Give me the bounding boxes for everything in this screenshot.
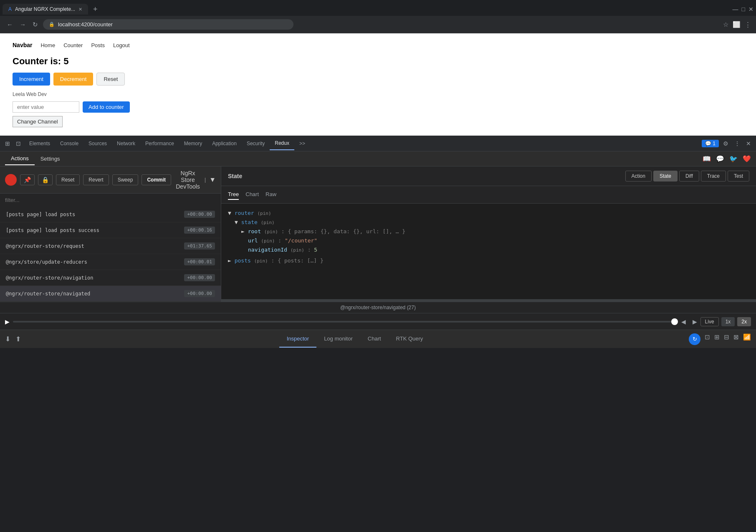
heart-icon[interactable]: ❤️ <box>743 155 751 163</box>
navbar-link-posts[interactable]: Posts <box>91 42 105 48</box>
add-to-counter-button[interactable]: Add to counter <box>83 101 130 113</box>
navbar-link-home[interactable]: Home <box>40 42 55 48</box>
tab-application[interactable]: Application <box>207 137 242 150</box>
speed-1x-button[interactable]: 1x <box>721 317 735 326</box>
action-item[interactable]: @ngrx/store/update-reducers +00:00.01 <box>0 254 221 270</box>
tree-value: 5 <box>314 247 317 253</box>
close-icon[interactable]: ✕ <box>748 6 753 13</box>
step-forward-icon[interactable]: ▶ <box>691 317 699 327</box>
state-tab-action[interactable]: Action <box>625 171 652 182</box>
change-channel-button[interactable]: Change Channel <box>13 116 63 127</box>
action-item-selected[interactable]: @ngrx/router-store/navigated +00:00.00 <box>0 286 221 302</box>
navbar-link-logout[interactable]: Logout <box>113 42 130 48</box>
inspector-tab-rtk-query[interactable]: RTK Query <box>389 330 431 348</box>
tab-performance[interactable]: Performance <box>140 137 179 150</box>
extensions-icon[interactable]: ⬜ <box>733 21 741 28</box>
notification-badge[interactable]: 💬 1 <box>702 140 719 147</box>
redux-tab-actions[interactable]: Actions <box>5 152 35 165</box>
terminal-icon[interactable]: ⊡ <box>705 333 710 345</box>
decrement-button[interactable]: Decrement <box>53 73 94 86</box>
play-button[interactable]: ▶ <box>5 318 10 325</box>
state-tab-test[interactable]: Test <box>728 171 749 182</box>
lock-button[interactable]: 🔒 <box>38 174 53 185</box>
inspect-element-icon[interactable]: ⊞ <box>3 139 12 149</box>
action-name: @ngrx/router-store/navigation <box>6 275 94 281</box>
grid2-icon[interactable]: ⊟ <box>724 333 729 345</box>
maximize-icon[interactable]: □ <box>742 6 745 13</box>
tree-row: navigationId (pin) : 5 <box>228 245 749 255</box>
state-panel: State Action State Diff Trace Test Tree … <box>221 166 756 302</box>
address-bar[interactable]: 🔒 localhost:4200/counter <box>43 19 293 30</box>
refresh-state-icon[interactable]: ↻ <box>689 333 700 345</box>
sweep-button[interactable]: Sweep <box>112 174 139 185</box>
tab-more-icon[interactable]: >> <box>294 137 310 150</box>
upload-icon[interactable]: ⬆ <box>15 335 21 343</box>
menu-icon[interactable]: ⋮ <box>745 21 751 28</box>
tree-tab-chart[interactable]: Chart <box>245 189 259 200</box>
tree-tab-raw[interactable]: Raw <box>265 189 276 200</box>
redux-tab-settings[interactable]: Settings <box>35 153 66 165</box>
nav-bar: ← → ↻ 🔒 localhost:4200/counter ☆ ⬜ ⋮ <box>0 16 756 33</box>
minimize-icon[interactable]: — <box>733 6 738 13</box>
speed-2x-button[interactable]: 2x <box>737 317 751 326</box>
expand-icon[interactable]: ► <box>228 257 235 264</box>
value-input[interactable] <box>13 101 79 113</box>
tab-memory[interactable]: Memory <box>179 137 207 150</box>
grid-icon[interactable]: ⊞ <box>714 333 720 345</box>
tab-network[interactable]: Network <box>112 137 140 150</box>
tree-tab-tree[interactable]: Tree <box>228 189 239 200</box>
expand-icon[interactable]: ▼ <box>228 210 235 216</box>
pin-button[interactable]: 📌 <box>20 174 35 185</box>
navbar-link-counter[interactable]: Counter <box>63 42 83 48</box>
inspector-tab-chart[interactable]: Chart <box>360 330 389 348</box>
state-tab-trace[interactable]: Trace <box>701 171 726 182</box>
book-icon[interactable]: 📖 <box>703 155 711 163</box>
refresh-button[interactable]: ↻ <box>31 19 40 30</box>
bookmark-star-icon[interactable]: ☆ <box>723 21 728 28</box>
action-item[interactable]: @ngrx/router-store/navigation +00:00.00 <box>0 270 221 286</box>
forward-button[interactable]: → <box>18 19 28 30</box>
commit-button[interactable]: Commit <box>142 174 171 185</box>
reset-counter-button[interactable]: Reset <box>96 73 125 86</box>
inspector-tab-log-monitor[interactable]: Log monitor <box>316 330 360 348</box>
tree-punct: : <box>271 257 278 264</box>
state-tab-diff[interactable]: Diff <box>679 171 699 182</box>
tab-sources[interactable]: Sources <box>83 137 112 150</box>
timeline-track[interactable] <box>13 321 678 323</box>
twitter-icon[interactable]: 🐦 <box>729 155 738 163</box>
devtools: ⊞ ⊡ Elements Console Sources Network Per… <box>0 136 756 348</box>
expand-icon[interactable]: ► <box>241 228 248 234</box>
tab-console[interactable]: Console <box>55 137 83 150</box>
grid3-icon[interactable]: ⊠ <box>733 333 739 345</box>
increment-button[interactable]: Increment <box>13 73 50 86</box>
filter-input[interactable] <box>5 197 216 203</box>
download-icon[interactable]: ⬇ <box>5 335 10 343</box>
action-item[interactable]: [posts page] load posts success +00:00.1… <box>0 222 221 238</box>
record-button[interactable] <box>5 174 17 186</box>
step-back-icon[interactable]: ◀ <box>680 317 688 327</box>
browser-tab-active[interactable]: A Angular NGRX Complete... ✕ <box>3 4 88 15</box>
live-button[interactable]: Live <box>700 317 719 326</box>
back-button[interactable]: ← <box>5 19 15 30</box>
timeline-thumb[interactable] <box>671 318 678 325</box>
devtools-more-icon[interactable]: ⋮ <box>733 139 742 149</box>
wifi-icon[interactable]: 📶 <box>743 333 751 345</box>
dropdown-arrow-icon[interactable]: ▼ <box>209 176 216 184</box>
settings-icon[interactable]: ⚙ <box>721 139 730 149</box>
reset-button[interactable]: Reset <box>56 174 80 185</box>
devtools-close-icon[interactable]: ✕ <box>744 139 753 149</box>
action-item[interactable]: @ngrx/router-store/request +01:37.65 <box>0 238 221 254</box>
redux-body: 📌 🔒 Reset Revert Sweep Commit NgRx Store… <box>0 166 756 302</box>
chat-icon[interactable]: 💬 <box>716 155 724 163</box>
tab-redux[interactable]: Redux <box>270 137 294 150</box>
inspector-tab-inspector[interactable]: Inspector <box>279 330 316 348</box>
action-item[interactable]: [posts page] load posts +00:00.00 <box>0 207 221 222</box>
state-tab-state[interactable]: State <box>653 171 678 182</box>
new-tab-button[interactable]: + <box>90 5 101 14</box>
tab-security[interactable]: Security <box>242 137 270 150</box>
expand-icon[interactable]: ▼ <box>235 219 241 225</box>
tab-close-icon[interactable]: ✕ <box>78 7 82 12</box>
revert-button[interactable]: Revert <box>83 174 109 185</box>
device-toolbar-icon[interactable]: ⊡ <box>14 139 23 149</box>
tab-elements[interactable]: Elements <box>24 137 55 150</box>
